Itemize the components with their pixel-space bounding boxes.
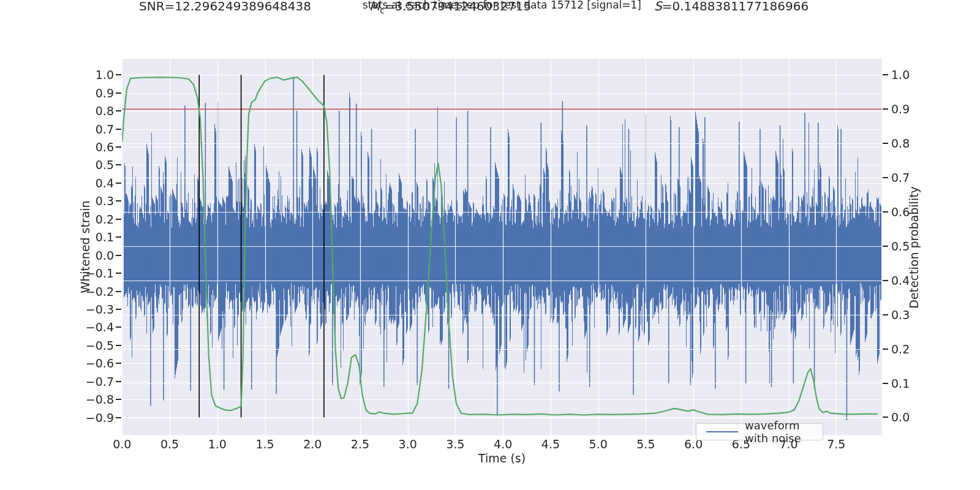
y-tick-label-left: 1.0 <box>0 69 114 81</box>
y-tick-mark-left <box>116 273 121 274</box>
y-tick-label-right: 0.8 <box>891 138 910 149</box>
y-tick-mark-left <box>116 236 121 238</box>
y-tick-mark-left <box>116 309 121 310</box>
y-tick-mark-left <box>116 345 121 346</box>
x-tick-label: 2.0 <box>288 439 337 450</box>
legend-line-sample-icon <box>706 431 738 433</box>
y-tick-mark-right <box>883 383 888 384</box>
y-tick-mark-right <box>883 211 888 213</box>
x-tick-label: 5.5 <box>621 439 670 450</box>
y-tick-label-left: 0.7 <box>0 124 114 135</box>
y-tick-mark-right <box>883 143 888 144</box>
y-axis-label-right: Detection probability <box>907 186 921 309</box>
y-tick-label-left: −0.8 <box>0 394 114 405</box>
y-tick-label-left: 0.0 <box>0 250 114 262</box>
y-tick-label-right: 0.9 <box>891 104 910 115</box>
y-tick-mark-right <box>883 246 888 247</box>
y-tick-mark-left <box>116 399 121 400</box>
y-tick-label-left: −0.5 <box>0 340 114 352</box>
y-tick-mark-right <box>883 177 888 178</box>
y-tick-label-right: 0.3 <box>891 309 910 321</box>
y-tick-label-left: −0.7 <box>0 376 114 388</box>
y-tick-mark-left <box>116 363 121 364</box>
x-tick-label: 0.5 <box>145 439 194 450</box>
chirp-mass-symbol: M <box>369 0 380 13</box>
y-tick-label-left: 0.9 <box>0 88 114 99</box>
annotation-s-stat: S=0.1488381177186966 <box>654 0 809 12</box>
y-tick-mark-left <box>116 417 121 418</box>
x-tick-label: 0.0 <box>97 439 146 450</box>
y-tick-mark-left <box>116 200 121 202</box>
y-tick-mark-left <box>116 326 121 328</box>
y-tick-label-right: 0.0 <box>891 412 910 423</box>
y-tick-mark-right <box>883 314 888 315</box>
y-tick-label-left: −0.6 <box>0 358 114 369</box>
y-tick-mark-left <box>116 164 121 165</box>
y-tick-mark-left <box>116 255 121 256</box>
x-tick-label: 1.0 <box>193 439 242 450</box>
y-tick-label-left: −0.3 <box>0 304 114 315</box>
y-tick-label-left: 0.5 <box>0 159 114 171</box>
y-axis-label-left: Whitened strain <box>78 200 92 293</box>
x-tick-label: 4.0 <box>478 439 527 450</box>
plot-canvas <box>0 0 980 490</box>
y-tick-label-left: −0.2 <box>0 286 114 298</box>
annotation-chirp-mass: Mc=3.5507941246032715 <box>369 0 531 15</box>
y-tick-mark-left <box>116 219 121 220</box>
y-tick-label-left: −0.1 <box>0 268 114 279</box>
y-tick-mark-left <box>116 146 121 148</box>
x-tick-label: 5.0 <box>574 439 623 450</box>
y-tick-label-right: 0.2 <box>891 344 910 355</box>
y-tick-mark-left <box>116 74 121 75</box>
y-tick-label-left: 0.4 <box>0 178 114 189</box>
y-tick-mark-right <box>883 108 888 110</box>
y-tick-mark-right <box>883 74 888 75</box>
y-tick-mark-right <box>883 417 888 418</box>
x-tick-label: 4.5 <box>526 439 575 450</box>
x-tick-label: 3.0 <box>383 439 432 450</box>
x-axis-label: Time (s) <box>0 453 980 464</box>
figure: stats at each timestep for test data 157… <box>0 0 980 490</box>
y-tick-mark-left <box>116 381 121 382</box>
legend: waveform with noise <box>696 423 823 440</box>
y-tick-label-right: 0.1 <box>891 378 910 390</box>
y-tick-mark-right <box>883 349 888 350</box>
y-tick-label-left: 0.8 <box>0 105 114 117</box>
y-tick-label-left: −0.4 <box>0 322 114 333</box>
y-tick-label-left: −0.9 <box>0 412 114 424</box>
annotation-snr: SNR=12.296249389648438 <box>139 0 311 12</box>
y-tick-mark-left <box>116 92 121 94</box>
x-tick-label: 3.5 <box>431 439 480 450</box>
y-tick-mark-left <box>116 291 121 292</box>
y-tick-mark-left <box>116 183 121 184</box>
y-tick-label-left: 0.1 <box>0 232 114 243</box>
chirp-mass-value: =3.5507941246032715 <box>385 0 531 13</box>
y-tick-mark-left <box>116 110 121 111</box>
chirp-mass-subscript: c <box>380 6 384 15</box>
s-stat-value: =0.1488381177186966 <box>662 0 809 13</box>
x-tick-label: 1.5 <box>241 439 290 450</box>
x-tick-label: 2.5 <box>336 439 385 450</box>
y-tick-mark-left <box>116 129 121 130</box>
y-tick-label-left: 0.2 <box>0 214 114 225</box>
y-tick-label-right: 1.0 <box>891 69 910 81</box>
s-stat-symbol: S <box>654 0 662 13</box>
y-tick-mark-right <box>883 280 888 281</box>
y-tick-label-right: 0.7 <box>891 172 910 184</box>
y-tick-label-left: 0.3 <box>0 195 114 207</box>
y-tick-label-left: 0.6 <box>0 141 114 153</box>
legend-label: waveform with noise <box>745 419 823 445</box>
